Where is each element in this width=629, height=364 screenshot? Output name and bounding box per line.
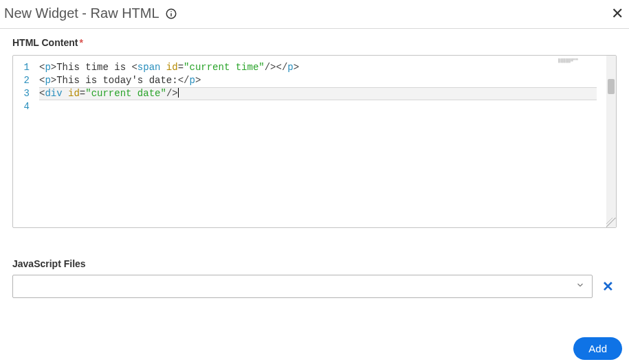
line-number: 3	[19, 87, 39, 100]
chevron-down-icon	[575, 280, 585, 293]
info-icon[interactable]	[165, 8, 177, 20]
line-number: 1	[19, 61, 39, 74]
html-code-editor[interactable]: 1<p>This time is <span id="current time"…	[12, 55, 617, 228]
text-caret	[178, 87, 179, 98]
js-file-select[interactable]	[12, 275, 593, 298]
resize-handle[interactable]	[606, 218, 616, 227]
svg-point-2	[170, 10, 172, 12]
code-minimap: ██████████████████████████████████████	[558, 58, 606, 89]
line-number: 2	[19, 74, 39, 87]
code-line[interactable]: 1<p>This time is <span id="current time"…	[19, 61, 597, 74]
line-number: 4	[19, 100, 39, 113]
code-line[interactable]: 3<div id="current date"/>	[19, 87, 597, 100]
code-content[interactable]: <p>This time is <span id="current time"/…	[39, 61, 597, 74]
dialog-header: New Widget - Raw HTML ✕	[0, 0, 629, 29]
html-content-label: HTML Content*	[12, 37, 617, 48]
editor-scrollbar[interactable]	[606, 56, 616, 227]
code-content[interactable]: <div id="current date"/>	[39, 87, 597, 100]
code-line[interactable]: 4	[19, 100, 597, 113]
dialog-title: New Widget - Raw HTML	[4, 5, 159, 21]
remove-js-file-icon[interactable]: ✕	[602, 280, 614, 293]
js-files-label: JavaScript Files	[12, 258, 617, 269]
close-icon[interactable]: ✕	[608, 6, 626, 21]
add-button[interactable]: Add	[573, 337, 622, 360]
code-content[interactable]: <p>This is today's date:</p>	[39, 74, 597, 87]
code-content[interactable]	[39, 100, 597, 113]
code-line[interactable]: 2<p>This is today's date:</p>	[19, 74, 597, 87]
